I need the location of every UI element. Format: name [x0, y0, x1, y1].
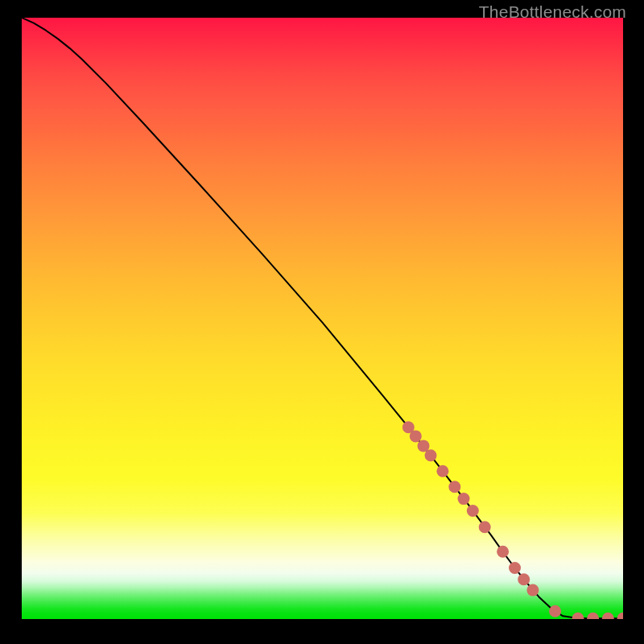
chart-plot-area — [22, 18, 623, 619]
gradient-band — [22, 562, 623, 581]
gradient-band — [22, 581, 623, 619]
gradient-band — [22, 479, 623, 513]
gradient-band — [22, 539, 623, 562]
chart-stage: TheBottleneck.com — [0, 0, 644, 644]
watermark-text: TheBottleneck.com — [479, 2, 626, 22]
gradient-band — [22, 18, 623, 479]
gradient-band — [22, 513, 623, 539]
